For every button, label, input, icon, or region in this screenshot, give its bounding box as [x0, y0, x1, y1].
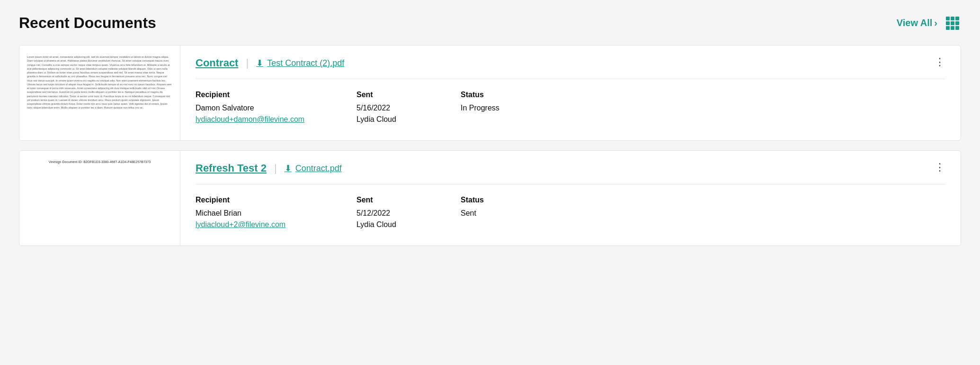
doc-separator-2: |	[274, 162, 277, 174]
recipient-name: Damon Salvatore	[196, 104, 356, 112]
grid-view-button[interactable]	[944, 15, 961, 32]
sent-by-2: Lydia Cloud	[356, 220, 461, 229]
document-card: Lorem ipsum dolor sit amet, consectetur …	[19, 45, 961, 141]
document-card-2: Vinesign Document ID: B2DFB1D3-3380-4667…	[19, 150, 961, 246]
doc-table-headers: Recipient Sent Status	[196, 91, 945, 99]
grid-icon	[946, 17, 959, 30]
doc-table-row-4: lydiacloud+2@filevine.com Lydia Cloud	[196, 220, 945, 229]
doc-table: Recipient Sent Status Damon Salvatore 5/…	[196, 91, 945, 124]
download-icon-2: ⬇	[285, 163, 292, 173]
status-value-2: Sent	[461, 209, 555, 218]
sent-col-header-2: Sent	[356, 196, 461, 204]
doc-title-link-2[interactable]: Refresh Test 2	[196, 162, 267, 174]
doc-header-2: Refresh Test 2 | ⬇ Contract.pdf	[196, 162, 945, 184]
status-empty	[461, 115, 555, 124]
doc-content-2: Refresh Test 2 | ⬇ Contract.pdf Recipien…	[180, 151, 961, 246]
sent-date-2: 5/12/2022	[356, 209, 461, 218]
doc-filename-2: Contract.pdf	[295, 164, 342, 173]
status-empty-2	[461, 220, 555, 229]
doc-content: Contract | ⬇ Test Contract (2).pdf Recip…	[180, 46, 961, 140]
doc-header: Contract | ⬇ Test Contract (2).pdf	[196, 57, 945, 79]
sent-by: Lydia Cloud	[356, 115, 461, 124]
recipient-col-header: Recipient	[196, 91, 356, 99]
doc-table-row: Damon Salvatore 5/16/2022 In Progress	[196, 104, 945, 112]
sent-col-header: Sent	[356, 91, 461, 99]
page-title: Recent Documents	[19, 14, 156, 32]
doc-preview-vinesign-text: Vinesign Document ID: B2DFB1D3-3380-4667…	[49, 160, 151, 164]
status-col-header: Status	[461, 91, 555, 99]
doc-more-button[interactable]: ⋮	[931, 55, 949, 69]
doc-table-2: Recipient Sent Status Michael Brian 5/12…	[196, 196, 945, 229]
doc-more-button-2[interactable]: ⋮	[931, 160, 949, 174]
view-all-label: View All	[897, 18, 933, 28]
doc-separator: |	[246, 57, 249, 69]
doc-table-row-3: Michael Brian 5/12/2022 Sent	[196, 209, 945, 218]
status-value: In Progress	[461, 104, 555, 112]
recipient-name-2: Michael Brian	[196, 209, 356, 218]
doc-preview: Lorem ipsum dolor sit amet, consectetur …	[19, 46, 180, 140]
doc-table-headers-2: Recipient Sent Status	[196, 196, 945, 204]
chevron-right-icon: ›	[934, 18, 937, 28]
status-col-header-2: Status	[461, 196, 555, 204]
recipient-email[interactable]: lydiacloud+damon@filevine.com	[196, 115, 356, 124]
doc-filename: Test Contract (2).pdf	[267, 58, 344, 68]
doc-table-row-2: lydiacloud+damon@filevine.com Lydia Clou…	[196, 115, 945, 124]
view-all-link[interactable]: View All ›	[897, 18, 937, 28]
doc-preview-text: Lorem ipsum dolor sit amet, consectetur …	[27, 55, 172, 110]
header-actions: View All ›	[897, 15, 961, 32]
download-icon: ⬇	[256, 58, 263, 68]
doc-file-link[interactable]: ⬇ Test Contract (2).pdf	[256, 58, 344, 68]
doc-preview-2: Vinesign Document ID: B2DFB1D3-3380-4667…	[19, 151, 180, 246]
recipient-col-header-2: Recipient	[196, 196, 356, 204]
sent-date: 5/16/2022	[356, 104, 461, 112]
recipient-email-2[interactable]: lydiacloud+2@filevine.com	[196, 220, 356, 229]
doc-file-link-2[interactable]: ⬇ Contract.pdf	[285, 163, 342, 173]
doc-title-link[interactable]: Contract	[196, 57, 238, 69]
